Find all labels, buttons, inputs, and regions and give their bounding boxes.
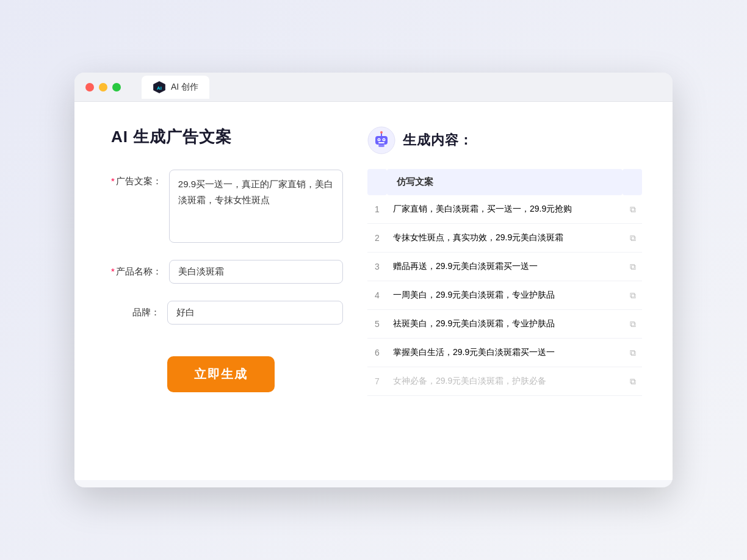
table-row: 6 掌握美白生活，29.9元美白淡斑霜买一送一 ⧉ bbox=[367, 339, 642, 367]
title-bar: AI AI 创作 bbox=[74, 73, 673, 102]
result-table-body: 1 厂家直销，美白淡斑霜，买一送一，29.9元抢购 ⧉ 2 专抹女性斑点，真实功… bbox=[367, 195, 642, 396]
table-row: 7 女神必备，29.9元美白淡斑霜，护肤必备 ⧉ bbox=[367, 367, 642, 396]
svg-point-9 bbox=[380, 131, 383, 134]
copy-icon[interactable]: ⧉ bbox=[622, 224, 642, 253]
row-number: 5 bbox=[367, 310, 387, 339]
copy-icon[interactable]: ⧉ bbox=[622, 281, 642, 310]
svg-text:AI: AI bbox=[157, 85, 162, 90]
row-number: 2 bbox=[367, 224, 387, 253]
result-header: 生成内容： bbox=[367, 126, 642, 154]
row-text: 专抹女性斑点，真实功效，29.9元美白淡斑霜 bbox=[387, 224, 622, 253]
required-star-1: * bbox=[111, 176, 115, 186]
brand-row: 品牌： bbox=[111, 301, 343, 325]
copy-icon[interactable]: ⧉ bbox=[622, 253, 642, 281]
traffic-lights bbox=[85, 83, 121, 92]
copy-icon[interactable]: ⧉ bbox=[622, 195, 642, 224]
svg-rect-11 bbox=[378, 145, 384, 147]
row-number: 7 bbox=[367, 367, 387, 396]
product-name-label: *产品名称： bbox=[111, 260, 162, 278]
brand-label: 品牌： bbox=[111, 301, 160, 318]
result-section-title: 生成内容： bbox=[403, 131, 473, 149]
result-table: 仿写文案 1 厂家直销，美白淡斑霜，买一送一，29.9元抢购 ⧉ 2 专抹女性斑… bbox=[367, 169, 642, 396]
ad-copy-row: *广告文案： 29.9买一送一，真正的厂家直销，美白淡斑霜，专抹女性斑点 bbox=[111, 170, 343, 243]
tab-ai-creation[interactable]: AI AI 创作 bbox=[142, 76, 209, 99]
row-number: 4 bbox=[367, 281, 387, 310]
tab-label: AI 创作 bbox=[171, 82, 198, 93]
table-row: 4 一周美白，29.9元美白淡斑霜，专业护肤品 ⧉ bbox=[367, 281, 642, 310]
result-column-header: 仿写文案 bbox=[387, 169, 622, 195]
ai-tab-icon: AI bbox=[153, 81, 166, 94]
copy-icon[interactable]: ⧉ bbox=[622, 310, 642, 339]
row-text: 厂家直销，美白淡斑霜，买一送一，29.9元抢购 bbox=[387, 195, 622, 224]
svg-point-6 bbox=[378, 139, 380, 140]
brand-input[interactable] bbox=[167, 301, 343, 325]
row-text: 女神必备，29.9元美白淡斑霜，护肤必备 bbox=[387, 367, 622, 396]
browser-window: AI AI 创作 AI 生成广告文案 *广告文案： 29.9买一送一，真正的厂家… bbox=[74, 73, 673, 487]
robot-icon bbox=[367, 126, 395, 154]
table-row: 3 赠品再送，29.9元美白淡斑霜买一送一 ⧉ bbox=[367, 253, 642, 281]
left-panel: AI 生成广告文案 *广告文案： 29.9买一送一，真正的厂家直销，美白淡斑霜，… bbox=[111, 126, 343, 456]
copy-icon[interactable]: ⧉ bbox=[622, 339, 642, 367]
svg-point-7 bbox=[383, 139, 384, 140]
product-name-input[interactable] bbox=[169, 260, 343, 284]
svg-rect-10 bbox=[378, 142, 384, 143]
generate-button[interactable]: 立即生成 bbox=[167, 356, 275, 392]
content-area: AI 生成广告文案 *广告文案： 29.9买一送一，真正的厂家直销，美白淡斑霜，… bbox=[74, 102, 673, 480]
row-text: 祛斑美白，29.9元美白淡斑霜，专业护肤品 bbox=[387, 310, 622, 339]
row-text: 掌握美白生活，29.9元美白淡斑霜买一送一 bbox=[387, 339, 622, 367]
copy-icon[interactable]: ⧉ bbox=[622, 367, 642, 396]
row-text: 赠品再送，29.9元美白淡斑霜买一送一 bbox=[387, 253, 622, 281]
close-button[interactable] bbox=[85, 83, 94, 92]
table-row: 5 祛斑美白，29.9元美白淡斑霜，专业护肤品 ⧉ bbox=[367, 310, 642, 339]
maximize-button[interactable] bbox=[112, 83, 121, 92]
table-row: 2 专抹女性斑点，真实功效，29.9元美白淡斑霜 ⧉ bbox=[367, 224, 642, 253]
row-number: 1 bbox=[367, 195, 387, 224]
ad-copy-input[interactable]: 29.9买一送一，真正的厂家直销，美白淡斑霜，专抹女性斑点 bbox=[169, 170, 343, 243]
required-star-2: * bbox=[111, 266, 115, 276]
minimize-button[interactable] bbox=[99, 83, 107, 92]
row-text: 一周美白，29.9元美白淡斑霜，专业护肤品 bbox=[387, 281, 622, 310]
right-panel: 生成内容： 仿写文案 1 厂家直销，美白淡斑霜，买一送一，29.9元抢购 ⧉ 2… bbox=[367, 126, 642, 456]
ad-copy-label: *广告文案： bbox=[111, 170, 162, 187]
row-number: 6 bbox=[367, 339, 387, 367]
table-row: 1 厂家直销，美白淡斑霜，买一送一，29.9元抢购 ⧉ bbox=[367, 195, 642, 224]
page-title: AI 生成广告文案 bbox=[111, 126, 343, 148]
result-table-head: 仿写文案 bbox=[367, 169, 642, 195]
row-number: 3 bbox=[367, 253, 387, 281]
product-name-row: *产品名称： bbox=[111, 260, 343, 284]
